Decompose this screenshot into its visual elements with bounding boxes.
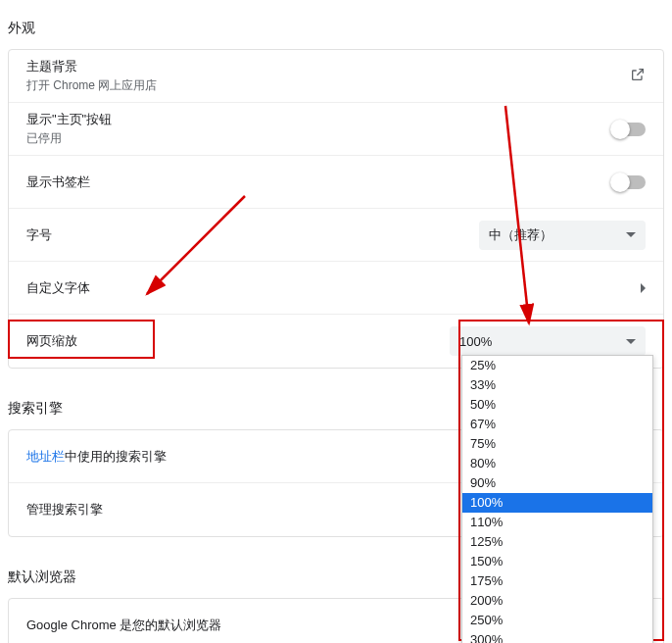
custom-fonts-title: 自定义字体 [26, 279, 90, 297]
default-browser-text: Google Chrome 是您的默认浏览器 [26, 617, 221, 634]
search-address-label: 地址栏中使用的搜索引擎 [26, 448, 167, 466]
zoom-option[interactable]: 100% [462, 493, 652, 513]
zoom-option[interactable]: 80% [462, 454, 652, 473]
bookmark-bar-title: 显示书签栏 [26, 173, 90, 191]
theme-title: 主题背景 [26, 58, 157, 75]
zoom-option[interactable]: 300% [462, 630, 652, 643]
bookmark-bar-toggle[interactable] [612, 175, 646, 189]
zoom-option[interactable]: 200% [462, 591, 652, 611]
page-zoom-dropdown[interactable]: 25%33%50%67%75%80%90%100%110%125%150%175… [461, 355, 653, 643]
zoom-option[interactable]: 75% [462, 434, 652, 454]
zoom-option[interactable]: 25% [462, 356, 652, 375]
zoom-option[interactable]: 175% [462, 571, 652, 591]
zoom-option[interactable]: 67% [462, 415, 652, 434]
caret-down-icon [626, 339, 636, 344]
font-size-title: 字号 [26, 226, 52, 244]
address-bar-link[interactable]: 地址栏 [26, 449, 65, 464]
page-zoom-value: 100% [459, 334, 492, 349]
open-external-icon[interactable] [630, 67, 646, 85]
appearance-card: 主题背景 打开 Chrome 网上应用店 显示"主页"按钮 已停用 显示书签栏 … [8, 49, 664, 369]
home-button-sub: 已停用 [26, 130, 112, 147]
page-zoom-select[interactable]: 100% [450, 326, 646, 356]
manage-search-title: 管理搜索引擎 [26, 501, 103, 519]
font-size-value: 中（推荐） [489, 226, 552, 244]
font-size-select[interactable]: 中（推荐） [479, 221, 646, 250]
chevron-right-icon [641, 283, 646, 293]
home-button-title: 显示"主页"按钮 [26, 111, 112, 128]
page-zoom-title: 网页缩放 [26, 332, 77, 350]
custom-fonts-row[interactable]: 自定义字体 [9, 262, 663, 315]
home-button-toggle[interactable] [612, 123, 646, 136]
bookmark-bar-row: 显示书签栏 [9, 156, 663, 209]
appearance-header: 外观 [0, 0, 672, 49]
theme-sub: 打开 Chrome 网上应用店 [26, 77, 157, 94]
zoom-option[interactable]: 50% [462, 395, 652, 415]
zoom-option[interactable]: 250% [462, 611, 652, 630]
theme-row[interactable]: 主题背景 打开 Chrome 网上应用店 [9, 50, 663, 103]
zoom-option[interactable]: 90% [462, 473, 652, 493]
zoom-option[interactable]: 33% [462, 375, 652, 395]
caret-down-icon [626, 232, 636, 237]
zoom-option[interactable]: 125% [462, 532, 652, 552]
font-size-row: 字号 中（推荐） [9, 209, 663, 262]
home-button-row: 显示"主页"按钮 已停用 [9, 103, 663, 156]
zoom-option[interactable]: 150% [462, 552, 652, 571]
zoom-option[interactable]: 110% [462, 513, 652, 532]
